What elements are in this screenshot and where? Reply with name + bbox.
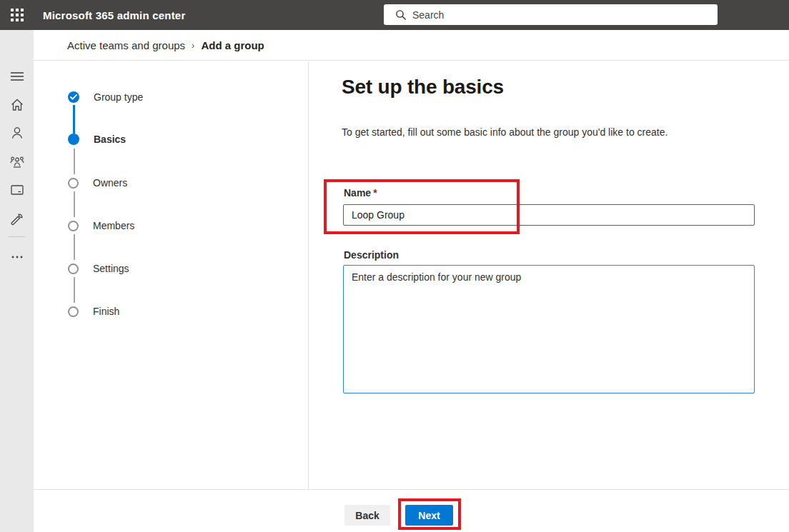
main-content: Set up the basics To get started, fill o… [309,61,789,489]
nav-show-more[interactable] [0,245,34,269]
app-launcher-button[interactable] [0,0,34,30]
wizard-step-settings[interactable]: Settings [68,263,129,274]
group-name-input[interactable] [343,204,755,226]
step-upcoming-circle [68,306,79,317]
nav-support[interactable] [0,207,34,231]
support-wrench-icon [11,213,24,226]
breadcrumb-current: Add a group [201,39,264,51]
waffle-icon [11,9,24,21]
wizard-step-group-type[interactable]: Group type [68,91,143,103]
breadcrumb-parent-link[interactable]: Active teams and groups [67,39,185,51]
step-label: Group type [94,91,143,103]
teams-groups-icon [10,156,24,168]
step-current-dot [68,134,79,145]
nav-teams-groups[interactable] [0,150,34,174]
step-label: Members [93,220,134,231]
breadcrumb-separator-icon: › [192,40,194,51]
app-title: Microsoft 365 admin center [43,9,185,21]
step-completed-check-icon [68,91,79,103]
step-label: Basics [94,134,126,145]
wizard-step-finish[interactable]: Finish [68,306,119,317]
nav-home[interactable] [0,93,34,117]
required-asterisk: * [373,187,377,199]
step-connector [74,191,75,217]
back-button[interactable]: Back [344,505,390,526]
page-subtitle: To get started, fill out some basic info… [342,126,756,138]
left-nav-rail [0,30,34,532]
group-description-textarea[interactable] [343,265,755,393]
nav-users[interactable] [0,121,34,145]
search-input[interactable] [412,9,710,21]
step-connector [74,234,75,260]
step-label: Finish [93,306,119,317]
wizard-steps-panel: Group type Basics Owners Members Setting… [34,61,309,489]
wizard-step-members[interactable]: Members [68,220,134,231]
nav-divider [9,236,25,237]
wizard-step-basics[interactable]: Basics [68,134,126,145]
step-label: Owners [93,177,127,189]
step-upcoming-circle [68,264,79,274]
menu-icon [11,71,24,81]
next-button[interactable]: Next [405,505,453,526]
step-upcoming-circle [68,178,79,189]
step-upcoming-circle [68,221,79,231]
users-icon [11,126,24,139]
nav-billing[interactable] [0,178,34,202]
wizard-step-owners[interactable]: Owners [68,177,127,189]
wizard-footer: Back Next [34,489,789,532]
step-connector [73,105,75,134]
page-title: Set up the basics [342,76,504,99]
step-label: Settings [93,263,129,274]
step-connector [74,149,75,174]
search-icon [395,9,407,21]
description-field-label: Description [344,249,399,261]
home-icon [11,99,24,111]
billing-icon [11,185,24,195]
step-connector [74,277,75,303]
app-top-bar: Microsoft 365 admin center [0,0,789,30]
more-ellipsis-icon [11,256,23,259]
name-field-label: Name* [344,187,377,199]
breadcrumb: Active teams and groups › Add a group [34,30,789,61]
global-search[interactable] [384,4,718,25]
nav-collapse-button[interactable] [0,64,34,89]
